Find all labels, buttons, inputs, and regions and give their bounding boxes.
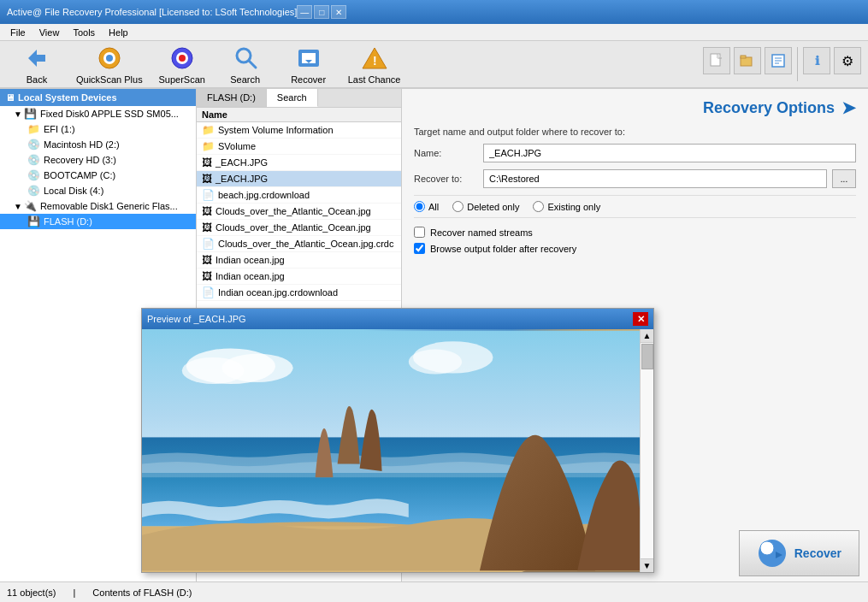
browse-button[interactable]: ... xyxy=(832,169,856,188)
new-doc-button[interactable] xyxy=(703,47,730,74)
tree-item-recovery[interactable]: 💿 Recovery HD (3:) xyxy=(0,152,196,168)
tree-item-removable[interactable]: ▼ 🔌 Removable Disk1 Generic Flas... xyxy=(0,198,196,214)
toolbar: Back QuickScan Plus SuperScan Search Rec… xyxy=(0,41,868,89)
svg-text:!: ! xyxy=(373,54,377,68)
file-icon: 📄 xyxy=(202,286,215,298)
scroll-up-button[interactable]: ▲ xyxy=(641,329,653,343)
folder-icon: 📁 xyxy=(202,124,215,136)
file-item[interactable]: 🖼 Indian ocean.jpg xyxy=(197,252,401,269)
radio-all[interactable]: All xyxy=(414,201,439,212)
tree-item-bootcamp[interactable]: 💿 BOOTCAMP (C:) xyxy=(0,168,196,183)
titlebar: Active@ File Recovery Professional [Lice… xyxy=(0,0,868,24)
radio-group: All Deleted only Existing only xyxy=(414,195,856,218)
radio-existing[interactable]: Existing only xyxy=(533,201,600,212)
file-item[interactable]: 🖼 Clouds_over_the_Atlantic_Ocean.jpg xyxy=(197,204,401,220)
quickscan-button[interactable]: QuickScan Plus xyxy=(70,44,149,85)
partition-icon: 📁 xyxy=(27,123,40,135)
menu-file[interactable]: File xyxy=(3,26,32,39)
preview-image xyxy=(142,329,640,572)
settings-button[interactable]: ⚙ xyxy=(834,47,861,74)
file-item[interactable]: 🖼 _EACH.JPG xyxy=(197,155,401,171)
svg-marker-0 xyxy=(28,50,45,67)
info-button[interactable]: ℹ xyxy=(803,47,830,74)
disk-icon: 💾 xyxy=(24,108,37,120)
tab-bar: FLASH (D:) Search xyxy=(197,89,401,108)
preview-content: ▲ ▼ xyxy=(142,329,653,572)
recovery-title: Recovery Options ➤ xyxy=(414,97,856,118)
file-item[interactable]: 📁 SVolume xyxy=(197,139,401,155)
preview-close-button[interactable]: ✕ xyxy=(633,312,648,326)
browse-output-checkbox[interactable] xyxy=(414,243,425,254)
recover-toolbar-button[interactable]: Recover xyxy=(279,44,339,85)
file-item-selected[interactable]: 🖼 _EACH.JPG xyxy=(197,171,401,187)
file-item[interactable]: 📄 Indian ocean.jpg.crdownload xyxy=(197,285,401,301)
minimize-button[interactable]: — xyxy=(297,5,312,19)
menubar: File View Tools Help xyxy=(0,24,868,41)
file-item[interactable]: 📁 System Volume Information xyxy=(197,122,401,139)
partition-icon: 💿 xyxy=(27,169,40,181)
recover-main-button[interactable]: Recover xyxy=(739,530,859,576)
back-icon xyxy=(23,44,50,72)
checkbox-named-streams[interactable]: Recover named streams xyxy=(414,227,856,238)
radio-deleted[interactable]: Deleted only xyxy=(452,201,519,212)
partition-icon: 💿 xyxy=(27,139,40,150)
close-button[interactable]: ✕ xyxy=(331,5,346,19)
tree-item-efi[interactable]: 📁 EFI (1:) xyxy=(0,121,196,137)
recover-to-input[interactable] xyxy=(483,169,827,188)
image-icon: 🖼 xyxy=(202,270,212,282)
file-item[interactable]: 📄 beach.jpg.crdownload xyxy=(197,187,401,204)
folder-icon: 📁 xyxy=(202,140,215,152)
recover-button-area: Recover xyxy=(739,530,859,576)
tree-item-flash[interactable]: 💾 FLASH (D:) xyxy=(0,214,196,229)
svg-point-28 xyxy=(222,354,293,382)
recover-btn-icon xyxy=(757,538,788,569)
app-title: Active@ File Recovery Professional [Lice… xyxy=(7,7,297,17)
window-controls: — □ ✕ xyxy=(297,5,346,19)
arrow-icon: ➤ xyxy=(841,97,856,118)
preview-scrollbar[interactable]: ▲ ▼ xyxy=(640,329,653,572)
expand-arrow-icon: ▼ xyxy=(14,202,22,211)
scroll-track xyxy=(641,343,653,558)
open-doc-button[interactable] xyxy=(734,47,761,74)
image-icon: 🖼 xyxy=(202,173,212,185)
image-icon: 🖼 xyxy=(202,205,212,217)
superscan-button[interactable]: SuperScan xyxy=(152,44,212,85)
preview-window: Preview of _EACH.JPG ✕ xyxy=(141,308,654,573)
partition-icon: 💿 xyxy=(27,185,40,197)
name-field-row: Name: xyxy=(414,144,856,162)
back-button[interactable]: Back xyxy=(7,44,67,85)
status-separator: | xyxy=(73,587,75,598)
file-icon: 📄 xyxy=(202,189,215,201)
menu-view[interactable]: View xyxy=(32,26,67,39)
tab-flash[interactable]: FLASH (D:) xyxy=(197,89,267,107)
search-icon xyxy=(232,44,259,72)
menu-tools[interactable]: Tools xyxy=(66,26,102,39)
svg-point-6 xyxy=(179,55,186,62)
search-button[interactable]: Search xyxy=(216,44,275,85)
status-objects: 11 object(s) xyxy=(7,587,56,598)
scroll-thumb[interactable] xyxy=(641,344,653,369)
file-item[interactable]: 🖼 Clouds_over_the_Atlantic_Ocean.jpg xyxy=(197,220,401,236)
report-button[interactable] xyxy=(765,47,792,74)
image-icon: 🖼 xyxy=(202,254,212,266)
toolbar-right: ℹ ⚙ xyxy=(703,47,861,81)
tree-item-macintosh[interactable]: 💿 Macintosh HD (2:) xyxy=(0,137,196,152)
recover-to-label: Recover to: xyxy=(414,174,478,184)
scroll-down-button[interactable]: ▼ xyxy=(641,558,653,572)
checkbox-browse-output[interactable]: Browse output folder after recovery xyxy=(414,243,856,254)
panel-header: 🖥 Local System Devices xyxy=(0,89,196,106)
name-input[interactable] xyxy=(483,144,856,162)
menu-help[interactable]: Help xyxy=(102,26,135,39)
recovery-subtitle: Target name and output folder where to r… xyxy=(414,127,856,137)
statusbar: 11 object(s) | Contents of FLASH (D:) xyxy=(0,581,868,602)
tree-item-fixed-disk[interactable]: ▼ 💾 Fixed Disk0 APPLE SSD SM05... xyxy=(0,106,196,121)
file-item[interactable]: 🖼 Indian ocean.jpg xyxy=(197,269,401,285)
toolbar-separator xyxy=(797,47,798,81)
file-item[interactable]: 📄 Clouds_over_the_Atlantic_Ocean.jpg.crd… xyxy=(197,236,401,252)
lastchance-button[interactable]: ! Last Chance xyxy=(342,44,407,85)
tree-item-local-disk[interactable]: 💿 Local Disk (4:) xyxy=(0,183,196,198)
named-streams-checkbox[interactable] xyxy=(414,227,425,238)
tab-search[interactable]: Search xyxy=(267,89,318,107)
svg-rect-17 xyxy=(741,56,746,58)
maximize-button[interactable]: □ xyxy=(314,5,329,19)
